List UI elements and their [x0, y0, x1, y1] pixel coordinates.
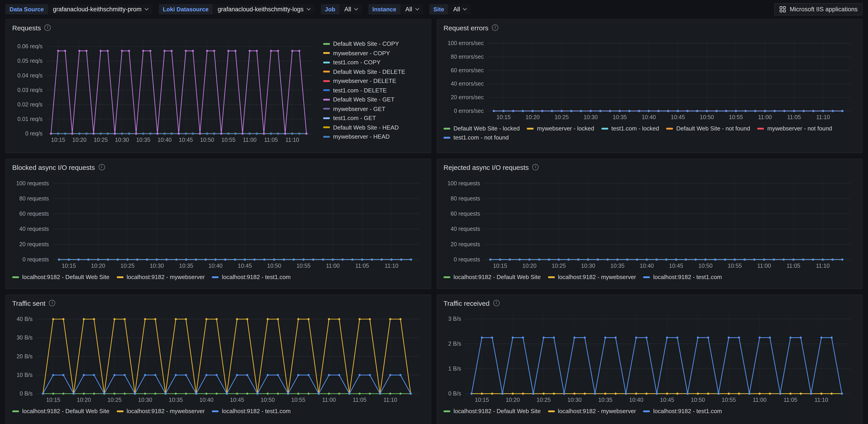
- legend-item[interactable]: mywebserver - HEAD: [323, 133, 425, 140]
- svg-text:10:50: 10:50: [261, 397, 275, 403]
- info-icon[interactable]: i: [49, 300, 56, 306]
- var-loki-datasource-dropdown[interactable]: grafanacloud-keithschmitty-logs: [213, 4, 314, 14]
- svg-text:10:35: 10:35: [598, 397, 613, 403]
- svg-text:10:15: 10:15: [493, 262, 507, 269]
- var-instance-value: All: [405, 6, 412, 12]
- svg-text:10:25: 10:25: [94, 137, 108, 143]
- svg-text:10:45: 10:45: [179, 137, 193, 143]
- panel-traffic-received-header[interactable]: Traffic received i: [443, 295, 857, 309]
- legend-item[interactable]: test1.com - COPY: [323, 59, 425, 66]
- info-icon[interactable]: i: [493, 300, 499, 306]
- grafana-dashboard: Data Source grafanacloud-keithschmitty-p…: [0, 0, 868, 424]
- svg-text:10:45: 10:45: [238, 262, 252, 269]
- legend-swatch: [601, 128, 608, 129]
- legend-item[interactable]: test1.com - not found: [443, 134, 509, 141]
- traffic-sent-chart[interactable]: 0 B/s10 B/s20 B/s30 B/s40 B/s10:1510:201…: [11, 309, 425, 405]
- svg-text:0.02 req/s: 0.02 req/s: [18, 101, 42, 108]
- chart-svg: 0 B/s1 B/s2 B/s3 B/s10:1510:2010:2510:30…: [443, 309, 857, 405]
- legend-item[interactable]: Default Web Site - GET: [323, 96, 425, 103]
- panel-blocked-async-io-header[interactable]: Blocked async I/O requests i: [11, 159, 425, 173]
- svg-text:11:10: 11:10: [816, 114, 830, 120]
- legend-label: mywebserver - GET: [333, 105, 385, 112]
- svg-text:10:40: 10:40: [640, 262, 654, 269]
- legend-item[interactable]: mywebserver - locked: [527, 125, 594, 132]
- legend-swatch: [323, 136, 330, 138]
- svg-text:11:10: 11:10: [383, 397, 397, 403]
- legend-item[interactable]: localhost:9182 - mywebserver: [548, 274, 636, 280]
- svg-text:10:40: 10:40: [642, 114, 656, 120]
- legend-item[interactable]: localhost:9182 - Default Web Site: [12, 274, 109, 280]
- legend-item[interactable]: localhost:9182 - test1.com: [643, 274, 722, 280]
- legend-label: localhost:9182 - Default Web Site: [22, 274, 109, 280]
- panel-requests-header[interactable]: Requests i: [11, 20, 425, 34]
- legend-swatch: [117, 276, 123, 278]
- request-errors-chart[interactable]: 0 errors/sec20 errors/sec40 errors/sec60…: [443, 34, 857, 123]
- panel-rejected-async-io-header[interactable]: Rejected async I/O requests i: [443, 159, 857, 173]
- requests-legend: Default Web Site - COPYmywebserver - COP…: [319, 34, 425, 145]
- legend-item[interactable]: mywebserver - COPY: [323, 50, 425, 56]
- svg-text:10:30: 10:30: [567, 397, 582, 403]
- traffic-received-chart[interactable]: 0 B/s1 B/s2 B/s3 B/s10:1510:2010:2510:30…: [443, 309, 857, 405]
- app-title-button[interactable]: Microsoft IIS applications: [774, 3, 863, 15]
- legend-item[interactable]: localhost:9182 - Default Web Site: [443, 408, 540, 415]
- legend-label: Default Web Site - not found: [676, 125, 750, 132]
- var-job-dropdown[interactable]: All: [340, 4, 362, 14]
- chevron-down-icon: [145, 6, 149, 10]
- legend-item[interactable]: Default Web Site - not found: [666, 125, 750, 132]
- svg-text:10:45: 10:45: [230, 397, 244, 403]
- legend-item[interactable]: test1.com - locked: [601, 125, 659, 132]
- svg-text:11:00: 11:00: [758, 114, 772, 120]
- legend-item[interactable]: test1.com - GET: [323, 115, 425, 121]
- legend-item[interactable]: localhost:9182 - test1.com: [643, 408, 722, 415]
- legend-item[interactable]: Default Web Site - DELETE: [323, 68, 425, 75]
- legend-swatch: [443, 410, 450, 412]
- legend-item[interactable]: Default Web Site - HEAD: [323, 124, 425, 131]
- svg-text:10:50: 10:50: [698, 262, 713, 269]
- legend-swatch: [12, 410, 19, 412]
- var-site-dropdown[interactable]: All: [449, 4, 471, 14]
- dashboard-toolbar: Data Source grafanacloud-keithschmitty-p…: [0, 0, 868, 16]
- legend-item[interactable]: localhost:9182 - mywebserver: [548, 408, 636, 415]
- legend-item[interactable]: mywebserver - not found: [757, 125, 832, 132]
- chevron-down-icon: [415, 6, 419, 10]
- panel-request-errors: Request errors i 0 errors/sec20 errors/s…: [437, 19, 863, 153]
- blocked-async-io-chart[interactable]: 0 requests20 requests40 requests60 reque…: [11, 173, 425, 271]
- rejected-async-io-chart[interactable]: 0 requests20 requests40 requests60 reque…: [443, 173, 857, 271]
- info-icon[interactable]: i: [532, 164, 539, 170]
- legend-item[interactable]: localhost:9182 - Default Web Site: [443, 274, 540, 280]
- legend-item[interactable]: localhost:9182 - test1.com: [212, 408, 291, 415]
- svg-text:10:55: 10:55: [729, 114, 743, 120]
- legend-item[interactable]: Default Web Site - locked: [443, 125, 520, 132]
- legend-swatch: [666, 128, 673, 129]
- legend-item[interactable]: localhost:9182 - Default Web Site: [12, 408, 109, 415]
- legend-item[interactable]: Default Web Site - COPY: [323, 40, 425, 47]
- legend-swatch: [323, 52, 330, 54]
- legend-swatch: [323, 80, 330, 82]
- legend-item[interactable]: mywebserver - GET: [323, 105, 425, 112]
- legend-swatch: [117, 410, 123, 412]
- svg-text:10:45: 10:45: [669, 262, 683, 269]
- var-loki-datasource-label: Loki Datasource: [159, 4, 213, 14]
- legend-item[interactable]: localhost:9182 - test1.com: [212, 274, 291, 280]
- var-instance-dropdown[interactable]: All: [401, 4, 423, 14]
- svg-text:10:25: 10:25: [555, 114, 569, 120]
- legend-label: mywebserver - not found: [767, 125, 832, 132]
- info-icon[interactable]: i: [98, 164, 105, 170]
- var-data-source: Data Source grafanacloud-keithschmitty-p…: [5, 4, 152, 14]
- info-icon[interactable]: i: [492, 25, 498, 31]
- svg-text:20 B/s: 20 B/s: [17, 353, 33, 360]
- info-icon[interactable]: i: [44, 25, 51, 31]
- legend-label: localhost:9182 - test1.com: [222, 408, 291, 415]
- var-data-source-dropdown[interactable]: grafanacloud-keithschmitty-prom: [49, 4, 153, 14]
- legend-item[interactable]: localhost:9182 - mywebserver: [117, 274, 205, 280]
- legend-item[interactable]: test1.com - DELETE: [323, 87, 425, 93]
- panel-traffic-sent-header[interactable]: Traffic sent i: [11, 295, 425, 309]
- requests-chart[interactable]: 0 req/s0.01 req/s0.02 req/s0.03 req/s0.0…: [11, 34, 319, 145]
- chart-svg: 0 B/s10 B/s20 B/s30 B/s40 B/s10:1510:201…: [11, 309, 425, 405]
- legend-item[interactable]: localhost:9182 - mywebserver: [117, 408, 205, 415]
- legend-item[interactable]: mywebserver - DELETE: [323, 78, 425, 84]
- panel-request-errors-header[interactable]: Request errors i: [443, 20, 857, 34]
- svg-text:11:05: 11:05: [355, 262, 369, 269]
- svg-text:10:15: 10:15: [496, 114, 511, 120]
- legend-swatch: [12, 276, 19, 278]
